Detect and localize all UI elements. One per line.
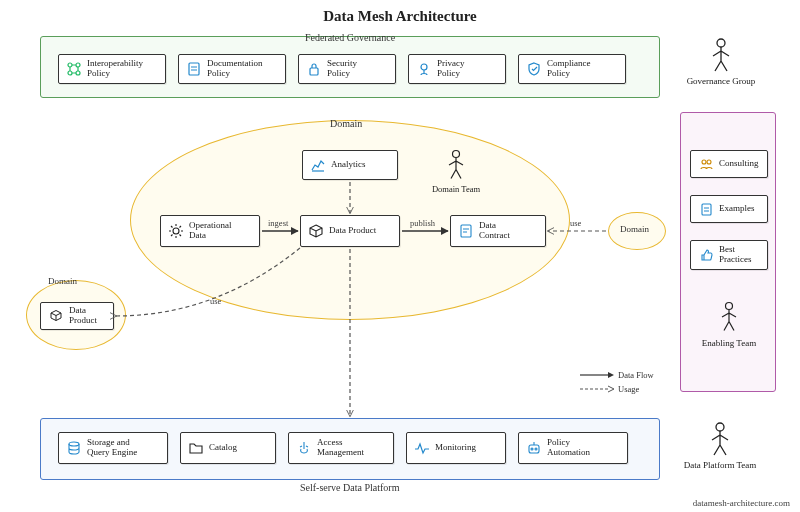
svg-point-3 <box>76 71 80 75</box>
security-policy-card: Security Policy <box>298 54 396 84</box>
svg-point-9 <box>173 228 179 234</box>
documentation-policy-card: Documentation Policy <box>178 54 286 84</box>
privacy-icon <box>415 60 433 78</box>
touch-icon <box>295 439 313 457</box>
database-icon <box>65 439 83 457</box>
access-mgmt-card: Access Management <box>288 432 394 464</box>
svg-point-19 <box>716 423 724 431</box>
thumbs-up-icon <box>697 246 715 264</box>
consumer-domain-label: Domain <box>620 224 649 234</box>
card-label: Security Policy <box>327 59 357 79</box>
card-label: Policy Automation <box>547 438 590 458</box>
card-label: Operational Data <box>189 221 231 241</box>
svg-rect-5 <box>310 68 318 75</box>
best-practices-card: Best Practices <box>690 240 768 270</box>
svg-rect-4 <box>189 63 199 75</box>
domain-team-actor: Domain Team <box>426 148 486 194</box>
svg-point-8 <box>453 151 460 158</box>
storage-query-card: Storage and Query Engine <box>58 432 168 464</box>
platform-team-label: Data Platform Team <box>680 460 760 470</box>
monitoring-card: Monitoring <box>406 432 506 464</box>
robot-icon <box>525 439 543 457</box>
legend: Data Flow Usage <box>580 370 675 394</box>
svg-point-18 <box>535 448 537 450</box>
gear-icon <box>167 222 185 240</box>
people-icon <box>697 155 715 173</box>
platform-label: Self-serve Data Platform <box>300 482 399 493</box>
external-domain-label: Domain <box>48 276 77 286</box>
enabling-team-actor: Enabling Team <box>698 300 760 348</box>
chart-icon <box>309 156 327 174</box>
pulse-icon <box>413 439 431 457</box>
legend-usage: Usage <box>618 384 639 394</box>
card-label: Access Management <box>317 438 364 458</box>
catalog-card: Catalog <box>180 432 276 464</box>
card-label: Catalog <box>209 443 237 453</box>
publish-label: publish <box>410 218 435 228</box>
use-label-2: use <box>210 296 221 306</box>
card-label: Documentation Policy <box>207 59 263 79</box>
svg-rect-13 <box>702 204 711 215</box>
interoperability-policy-card: Interoperability Policy <box>58 54 166 84</box>
privacy-policy-card: Privacy Policy <box>408 54 506 84</box>
card-label: Analytics <box>331 160 366 170</box>
platform-team-actor: Data Platform Team <box>680 420 760 470</box>
data-product-node: Data Product <box>300 215 400 247</box>
folder-icon <box>187 439 205 457</box>
policy-automation-card: Policy Automation <box>518 432 628 464</box>
card-label: Data Product <box>69 306 97 326</box>
governance-group-actor: Governance Group <box>686 36 756 86</box>
cube-icon <box>47 307 65 325</box>
card-label: Interoperability Policy <box>87 59 143 79</box>
svg-point-17 <box>531 448 533 450</box>
consulting-card: Consulting <box>690 150 768 178</box>
card-label: Compliance Policy <box>547 59 591 79</box>
enabling-team-label: Enabling Team <box>698 338 760 348</box>
use-label-1: use <box>570 218 581 228</box>
svg-rect-10 <box>461 225 471 237</box>
domain-team-label: Domain Team <box>426 184 486 194</box>
card-label: Consulting <box>719 159 759 169</box>
card-label: Examples <box>719 204 755 214</box>
doc-icon <box>185 60 203 78</box>
svg-point-2 <box>68 71 72 75</box>
card-label: Data Product <box>329 226 376 236</box>
shield-icon <box>525 60 543 78</box>
card-label: Data Contract <box>479 221 510 241</box>
svg-point-11 <box>702 160 706 164</box>
examples-card: Examples <box>690 195 768 223</box>
operational-data-node: Operational Data <box>160 215 260 247</box>
interop-icon <box>65 60 83 78</box>
clipboard-icon <box>697 200 715 218</box>
lock-icon <box>305 60 323 78</box>
domain-label: Domain <box>330 118 362 129</box>
analytics-node: Analytics <box>302 150 398 180</box>
svg-point-0 <box>68 63 72 67</box>
svg-point-1 <box>76 63 80 67</box>
card-label: Monitoring <box>435 443 476 453</box>
compliance-policy-card: Compliance Policy <box>518 54 626 84</box>
svg-point-7 <box>717 39 725 47</box>
card-label: Best Practices <box>719 245 751 265</box>
svg-point-6 <box>421 64 427 70</box>
card-label: Privacy Policy <box>437 59 465 79</box>
data-contract-node: Data Contract <box>450 215 546 247</box>
svg-point-12 <box>707 160 711 164</box>
legend-flow: Data Flow <box>618 370 654 380</box>
card-label: Storage and Query Engine <box>87 438 137 458</box>
external-data-product-node: Data Product <box>40 302 114 330</box>
cube-icon <box>307 222 325 240</box>
governance-label: Federated Governance <box>305 32 395 43</box>
page-title: Data Mesh Architecture <box>0 0 800 29</box>
contract-icon <box>457 222 475 240</box>
svg-point-15 <box>69 442 79 446</box>
governance-team-label: Governance Group <box>686 76 756 86</box>
svg-point-14 <box>726 303 733 310</box>
ingest-label: ingest <box>268 218 288 228</box>
footer-link: datamesh-architecture.com <box>693 498 790 508</box>
